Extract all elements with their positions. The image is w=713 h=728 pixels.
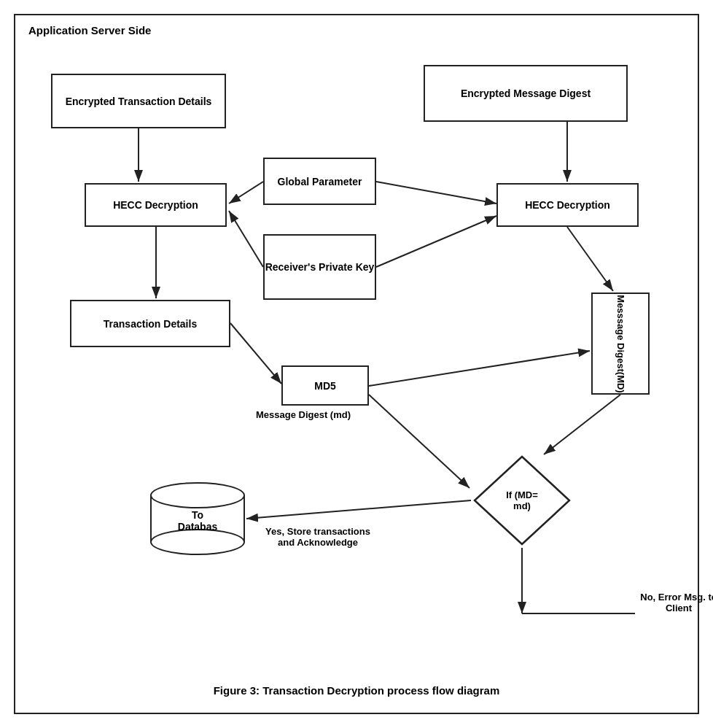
diagram-area: Encrypted Transaction Details Encrypted …	[15, 15, 698, 713]
outer-container: Application Server Side	[14, 14, 699, 714]
svg-line-9	[369, 351, 590, 386]
svg-line-3	[229, 182, 263, 204]
yes-store-label: Yes, Store transactions and Acknowledge	[256, 526, 380, 548]
transaction-details-label: Transaction Details	[104, 318, 197, 330]
transaction-details-box: Transaction Details	[70, 300, 230, 347]
enc-digest-box: Encrypted Message Digest	[424, 65, 628, 122]
message-digest-md-label: Message Digest (md)	[256, 409, 351, 420]
enc-transaction-label: Encrypted Transaction Details	[66, 96, 212, 107]
figure-caption: Figure 3: Transaction Decryption process…	[15, 684, 698, 697]
hecc-left-box: HECC Decryption	[85, 183, 227, 227]
svg-line-11	[544, 395, 620, 454]
svg-line-6	[376, 216, 496, 267]
receiver-key-label: Receiver's Private Key	[265, 261, 375, 273]
cyl-bottom	[150, 529, 245, 555]
svg-line-10	[567, 227, 613, 291]
diamond-container: If (MD= md)	[471, 453, 573, 548]
svg-line-8	[230, 323, 281, 384]
svg-line-5	[229, 211, 263, 267]
md5-label: MD5	[314, 380, 336, 392]
enc-transaction-box: Encrypted Transaction Details	[51, 74, 226, 128]
receiver-key-box: Receiver's Private Key	[263, 234, 376, 300]
message-digest-label: Messsage Digest(MD)	[615, 295, 626, 392]
cyl-top	[150, 482, 245, 508]
enc-digest-label: Encrypted Message Digest	[461, 88, 591, 99]
svg-line-12	[369, 395, 470, 488]
hecc-right-box: HECC Decryption	[496, 183, 639, 227]
diamond-label: If (MD= md)	[496, 489, 548, 511]
hecc-right-label: HECC Decryption	[525, 199, 610, 211]
svg-line-4	[376, 182, 496, 204]
hecc-left-label: HECC Decryption	[113, 199, 198, 211]
md5-box: MD5	[281, 365, 369, 406]
global-param-label: Global Parameter	[278, 176, 362, 187]
global-param-box: Global Parameter	[263, 158, 376, 205]
database-cylinder: To Databas	[150, 482, 245, 555]
message-digest-box: Messsage Digest(MD)	[591, 293, 650, 395]
svg-line-13	[246, 500, 471, 519]
database-label: To Databas	[174, 509, 222, 533]
no-error-label: No, Error Msg. to Client	[635, 592, 713, 613]
